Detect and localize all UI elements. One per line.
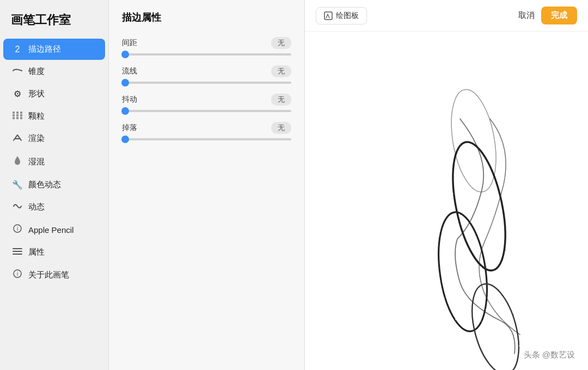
svg-rect-2 — [20, 112, 22, 114]
canvas-area[interactable]: 头条 @数艺设 — [305, 32, 588, 370]
svg-rect-4 — [16, 114, 19, 116]
sidebar-item-label: 动态 — [28, 202, 45, 212]
falloff-badge: 无 — [271, 122, 291, 134]
svg-rect-5 — [20, 114, 22, 116]
sidebar-title: 画笔工作室 — [0, 0, 108, 38]
taper-icon — [12, 67, 23, 77]
middle-panel: 描边属性 间距 无 流线 无 抖动 无 — [109, 0, 305, 370]
jitter-label: 抖动 — [122, 95, 137, 104]
sidebar-item-label: 属性 — [28, 247, 45, 257]
spacing-badge: 无 — [271, 37, 291, 49]
streamline-label: 流线 — [122, 66, 137, 76]
sidebar-item-label: 锥度 — [28, 66, 45, 77]
falloff-slider-track[interactable] — [122, 138, 291, 140]
sidebar-item-stroke-path[interactable]: 2 描边路径 — [3, 39, 105, 60]
done-button[interactable]: 完成 — [541, 7, 577, 24]
svg-text:i: i — [17, 271, 18, 277]
sidebar-item-shape[interactable]: ⚙ 形状 — [3, 83, 105, 104]
sidebar-item-taper[interactable]: 锥度 — [3, 61, 105, 82]
middle-panel-title: 描边属性 — [122, 11, 291, 24]
shape-icon: ⚙ — [12, 89, 23, 99]
watermark: 头条 @数艺设 — [524, 350, 575, 360]
svg-point-21 — [463, 279, 527, 370]
about-icon: i — [12, 269, 23, 280]
sidebar-item-grain[interactable]: 颗粒 — [3, 106, 105, 127]
sidebar-item-dynamics[interactable]: 动态 — [3, 196, 105, 218]
dynamics-icon — [12, 202, 23, 212]
toolbar-left: 绘图板 — [316, 7, 367, 24]
svg-rect-6 — [13, 117, 15, 119]
wet-mix-icon — [12, 156, 23, 168]
svg-rect-3 — [13, 114, 15, 116]
jitter-badge: 无 — [271, 94, 291, 106]
cancel-button[interactable]: 取消 — [518, 10, 535, 21]
main-toolbar: 绘图板 取消 完成 — [305, 0, 588, 32]
property-spacing: 间距 无 — [122, 37, 291, 55]
properties-icon — [12, 248, 23, 257]
brush-stroke-canvas — [305, 32, 588, 370]
sidebar-item-label: Apple Pencil — [28, 225, 74, 235]
apple-pencil-icon: i — [12, 224, 23, 235]
sidebar-item-color-dynamics[interactable]: 🔧 颜色动态 — [3, 174, 105, 195]
svg-point-19 — [443, 138, 515, 275]
property-streamline: 流线 无 — [122, 65, 291, 84]
svg-text:i: i — [17, 226, 18, 232]
streamline-badge: 无 — [271, 65, 291, 77]
sidebar-item-about[interactable]: i 关于此画笔 — [3, 264, 105, 286]
render-icon — [12, 134, 23, 144]
jitter-slider-track[interactable] — [122, 110, 291, 112]
spacing-slider-track[interactable] — [122, 53, 291, 55]
main-area: 绘图板 取消 完成 — [305, 0, 588, 370]
sidebar-item-label: 渲染 — [28, 133, 45, 144]
color-dynamics-icon: 🔧 — [12, 180, 23, 190]
sidebar-item-label: 湿混 — [28, 157, 45, 167]
drawing-board-button[interactable]: 绘图板 — [316, 7, 367, 24]
stroke-path-icon: 2 — [12, 45, 23, 54]
sidebar-item-properties[interactable]: 属性 — [3, 242, 105, 263]
sidebar-item-apple-pencil[interactable]: i Apple Pencil — [3, 219, 105, 240]
sidebar-item-label: 颗粒 — [28, 111, 45, 121]
drawing-board-label: 绘图板 — [336, 11, 359, 21]
falloff-label: 掉落 — [122, 123, 137, 133]
svg-rect-8 — [20, 117, 22, 119]
svg-point-20 — [432, 209, 494, 334]
grain-icon — [12, 112, 23, 121]
property-falloff: 掉落 无 — [122, 122, 291, 140]
svg-rect-1 — [16, 112, 19, 114]
streamline-slider-track[interactable] — [122, 82, 291, 84]
property-jitter: 抖动 无 — [122, 94, 291, 112]
sidebar-item-label: 描边路径 — [28, 44, 61, 54]
edit-icon — [324, 11, 333, 20]
sidebar-item-render[interactable]: 渲染 — [3, 128, 105, 149]
toolbar-right: 取消 完成 — [518, 7, 577, 24]
svg-rect-7 — [16, 117, 19, 119]
sidebar-item-label: 颜色动态 — [28, 180, 61, 190]
svg-rect-0 — [13, 112, 15, 114]
sidebar-item-wet-mix[interactable]: 湿混 — [3, 150, 105, 173]
spacing-label: 间距 — [122, 38, 137, 48]
sidebar-item-label: 关于此画笔 — [28, 270, 69, 280]
sidebar-item-label: 形状 — [28, 89, 45, 99]
sidebar: 画笔工作室 2 描边路径 锥度 ⚙ 形状 颗粒 — [0, 0, 109, 370]
